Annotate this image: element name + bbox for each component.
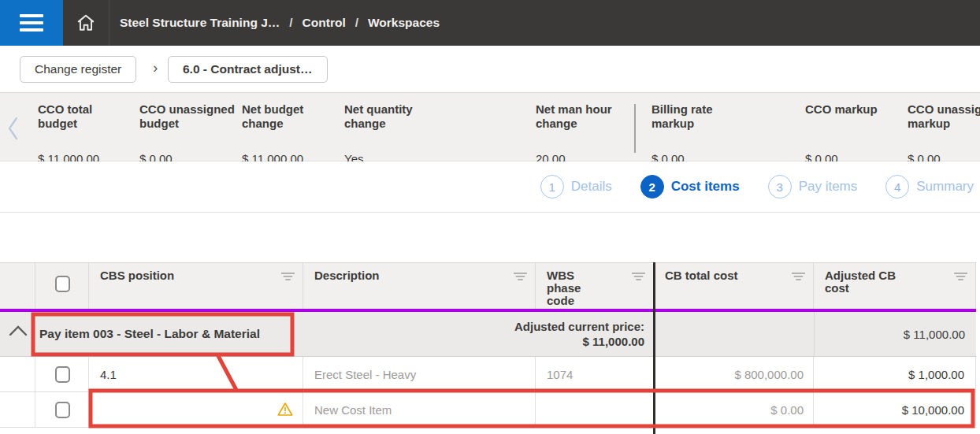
kpi-label: CCO unassigned markup (908, 102, 980, 131)
app-window: Steel Structure Training J… / Control / … (0, 0, 980, 434)
kpi-net-budget-change: Net budget change $ 11,000.00 (242, 102, 324, 131)
step-number: 3 (768, 175, 792, 198)
hamburger-icon (20, 14, 43, 32)
step-label: Summary (916, 179, 974, 195)
kpi-label: Net man hour change (536, 102, 629, 131)
breadcrumb-page[interactable]: Workspaces (368, 16, 440, 30)
grid-header-row: CBS position Description WBS phase code … (0, 262, 976, 312)
adjusted-current-price-value: $ 11,000.00 (583, 335, 644, 348)
wizard-steps: 1 Details 2 Cost items 3 Pay items 4 Sum… (0, 161, 980, 213)
register-tabs-row: Change register › 6.0 - Contract adjust… (0, 46, 980, 92)
kpi-label: CCO unassigned budget (139, 102, 239, 131)
topbar-divider (109, 0, 110, 46)
kpi-cco-markup: CCO markup $ 0.00 (805, 102, 900, 117)
column-header-cb-total-cost[interactable]: CB total cost (654, 263, 814, 309)
filter-icon[interactable] (792, 271, 805, 284)
step-label: Pay items (799, 179, 858, 195)
kpi-net-man-hour-change: Net man hour change 20.00 (536, 102, 629, 131)
top-navigation-bar: Steel Structure Training J… / Control / … (0, 0, 980, 46)
pay-item-group-row: Pay item 003 - Steel - Labor & Material … (0, 312, 976, 357)
cb-total-cost-cell[interactable]: $ 800,000.00 (654, 357, 814, 391)
column-header-label: Description (314, 269, 380, 282)
breadcrumb-separator: / (289, 16, 292, 30)
breadcrumb-separator: / (355, 16, 358, 30)
frozen-column-divider (653, 262, 655, 434)
filter-icon[interactable] (632, 271, 645, 284)
kpi-section-divider (634, 104, 636, 153)
adjusted-current-price: Adjusted current price: $ 11,000.00 (514, 319, 644, 349)
filter-icon[interactable] (281, 271, 295, 284)
kpi-net-quantity-change: Net quantity change Yes (344, 102, 431, 131)
summary-metrics-strip: CCO total budget $ 11,000.00 CCO unassig… (0, 92, 980, 161)
expand-cell (0, 392, 35, 427)
expand-cell (0, 357, 35, 391)
row-checkbox[interactable] (55, 366, 70, 383)
description-cell[interactable]: New Cost Item (303, 392, 536, 427)
wbs-phase-code-cell[interactable] (536, 392, 654, 427)
filter-icon[interactable] (514, 271, 527, 284)
column-divider (814, 312, 815, 356)
wbs-phase-code-cell[interactable]: 1074 (536, 357, 654, 391)
cbs-position-cell[interactable] (89, 392, 303, 427)
description-cell[interactable]: Erect Steel - Heavy (303, 357, 536, 391)
cbs-position-cell[interactable]: 4.1 (89, 357, 303, 391)
kpi-cco-unassigned-markup: CCO unassigned markup $ 0.00 (908, 102, 980, 131)
adjusted-cb-cost-cell[interactable]: $ 10,000.00 (814, 392, 976, 427)
expand-column-header (0, 263, 35, 309)
kpi-label: CCO markup (805, 102, 900, 117)
hamburger-menu-button[interactable] (0, 0, 63, 46)
kpi-billing-rate-markup: Billing rate markup $ 0.00 (651, 102, 730, 131)
checkbox-cell (35, 392, 89, 427)
select-all-checkbox[interactable] (55, 276, 70, 292)
kpi-label: Net budget change (242, 102, 324, 131)
filter-icon[interactable] (954, 271, 967, 284)
step-label: Details (571, 179, 612, 195)
column-header-label: CBS position (100, 269, 174, 282)
collapse-group-chevron-icon[interactable] (9, 325, 28, 339)
kpi-cco-unassigned-budget: CCO unassigned budget $ 0.00 (139, 102, 239, 131)
breadcrumb-section[interactable]: Control (303, 16, 346, 30)
column-header-label: CB total cost (665, 269, 738, 282)
group-adjusted-cb-cost: $ 11,000.00 (904, 312, 965, 356)
contract-adjust-tab[interactable]: 6.0 - Contract adjust… (168, 56, 328, 83)
column-header-wbs-phase-code[interactable]: WBS phase code (536, 263, 654, 309)
step-label: Cost items (671, 179, 740, 195)
cost-item-row[interactable]: 4.1 Erect Steel - Heavy 1074 $ 800,000.0… (0, 357, 976, 392)
scroll-left-chevron-icon[interactable] (6, 115, 24, 142)
kpi-label: Net quantity change (344, 102, 431, 131)
wizard-step-details[interactable]: 1 Details (540, 175, 612, 198)
kpi-label: Billing rate markup (651, 102, 730, 131)
column-header-cbs-position[interactable]: CBS position (89, 263, 303, 309)
row-checkbox[interactable] (55, 402, 70, 418)
wizard-step-pay-items[interactable]: 3 Pay items (768, 175, 858, 198)
cb-total-cost-cell[interactable]: $ 0.00 (654, 392, 814, 427)
step-number: 2 (640, 175, 664, 198)
step-number: 1 (540, 175, 564, 198)
column-header-label: Adjusted CB cost (825, 269, 900, 295)
column-header-description[interactable]: Description (303, 263, 536, 309)
column-header-adjusted-cb-cost[interactable]: Adjusted CB cost (814, 263, 976, 309)
cost-items-grid: CBS position Description WBS phase code … (0, 262, 976, 428)
wizard-step-cost-items[interactable]: 2 Cost items (640, 175, 740, 198)
checkbox-cell (35, 357, 89, 391)
breadcrumb: Steel Structure Training J… / Control / … (120, 0, 440, 46)
wizard-step-summary[interactable]: 4 Summary (885, 175, 974, 198)
breadcrumb-project[interactable]: Steel Structure Training J… (120, 16, 280, 30)
cost-item-row[interactable]: New Cost Item $ 0.00 $ 10,000.00 (0, 392, 976, 428)
column-header-label: WBS phase code (547, 269, 590, 307)
kpi-cco-total-budget: CCO total budget $ 11,000.00 (38, 102, 126, 131)
grid-toolbar: Assign cost to (0, 213, 980, 262)
change-register-button[interactable]: Change register (20, 56, 136, 83)
step-number: 4 (885, 175, 909, 198)
warning-triangle-icon (277, 402, 293, 419)
adjusted-cb-cost-cell[interactable]: $ 1,000.00 (814, 357, 976, 391)
adjusted-current-price-label: Adjusted current price: (514, 320, 644, 333)
select-all-header (35, 263, 89, 309)
pay-item-group-title: Pay item 003 - Steel - Labor & Material (39, 312, 260, 356)
home-icon (76, 13, 96, 33)
chevron-right-icon: › (153, 59, 158, 76)
kpi-label: CCO total budget (38, 102, 126, 131)
home-button[interactable] (68, 0, 104, 46)
